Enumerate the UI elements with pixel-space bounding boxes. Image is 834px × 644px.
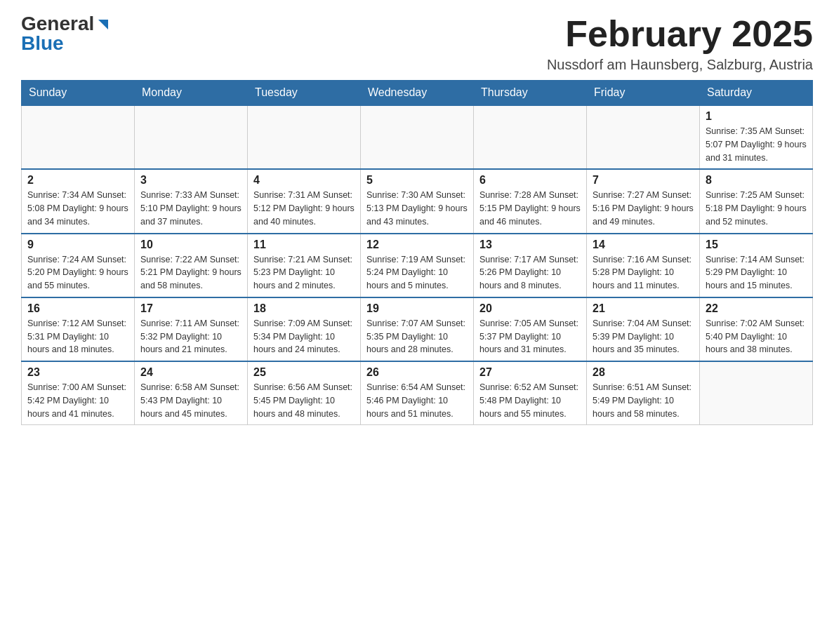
day-number: 19: [366, 302, 468, 315]
day-info: Sunrise: 6:52 AM Sunset: 5:48 PM Dayligh…: [479, 381, 581, 420]
day-info: Sunrise: 7:09 AM Sunset: 5:34 PM Dayligh…: [253, 317, 355, 356]
day-info: Sunrise: 6:51 AM Sunset: 5:49 PM Dayligh…: [593, 381, 694, 420]
calendar-day-cell: 10Sunrise: 7:22 AM Sunset: 5:21 PM Dayli…: [135, 234, 248, 297]
calendar-day-cell: 18Sunrise: 7:09 AM Sunset: 5:34 PM Dayli…: [248, 297, 361, 361]
calendar-week-row: 9Sunrise: 7:24 AM Sunset: 5:20 PM Daylig…: [22, 234, 813, 297]
calendar-day-cell: 12Sunrise: 7:19 AM Sunset: 5:24 PM Dayli…: [361, 234, 474, 297]
day-info: Sunrise: 6:54 AM Sunset: 5:46 PM Dayligh…: [366, 381, 468, 420]
day-info: Sunrise: 7:27 AM Sunset: 5:16 PM Dayligh…: [593, 189, 694, 228]
calendar-day-cell: 27Sunrise: 6:52 AM Sunset: 5:48 PM Dayli…: [474, 361, 587, 425]
day-number: 25: [253, 366, 355, 379]
calendar-day-cell: 4Sunrise: 7:31 AM Sunset: 5:12 PM Daylig…: [248, 169, 361, 233]
day-of-week-header: Saturday: [700, 81, 813, 106]
day-of-week-header: Thursday: [474, 81, 587, 106]
day-info: Sunrise: 6:58 AM Sunset: 5:43 PM Dayligh…: [140, 381, 241, 420]
day-info: Sunrise: 7:35 AM Sunset: 5:07 PM Dayligh…: [706, 125, 807, 164]
day-of-week-header: Monday: [135, 81, 248, 106]
calendar-day-cell: 13Sunrise: 7:17 AM Sunset: 5:26 PM Dayli…: [474, 234, 587, 297]
calendar-day-cell: 17Sunrise: 7:11 AM Sunset: 5:32 PM Dayli…: [135, 297, 248, 361]
day-number: 12: [366, 239, 468, 251]
calendar-table: SundayMondayTuesdayWednesdayThursdayFrid…: [21, 80, 813, 425]
day-number: 13: [479, 239, 581, 251]
day-number: 4: [253, 174, 355, 187]
calendar-week-row: 2Sunrise: 7:34 AM Sunset: 5:08 PM Daylig…: [22, 169, 813, 233]
calendar-day-cell: 23Sunrise: 7:00 AM Sunset: 5:42 PM Dayli…: [22, 361, 135, 425]
day-number: 6: [479, 174, 581, 187]
day-number: 17: [140, 302, 241, 315]
calendar-header-row: SundayMondayTuesdayWednesdayThursdayFrid…: [22, 81, 813, 106]
day-number: 24: [140, 366, 241, 379]
calendar-day-cell: 15Sunrise: 7:14 AM Sunset: 5:29 PM Dayli…: [700, 234, 813, 297]
day-info: Sunrise: 7:05 AM Sunset: 5:37 PM Dayligh…: [479, 317, 581, 356]
day-info: Sunrise: 7:02 AM Sunset: 5:40 PM Dayligh…: [706, 317, 807, 356]
logo-blue: Blue: [21, 34, 64, 53]
calendar-day-cell: [22, 105, 135, 169]
calendar-day-cell: 7Sunrise: 7:27 AM Sunset: 5:16 PM Daylig…: [587, 169, 700, 233]
day-info: Sunrise: 7:21 AM Sunset: 5:23 PM Dayligh…: [253, 253, 355, 293]
day-of-week-header: Friday: [587, 81, 700, 106]
day-number: 26: [366, 366, 468, 379]
day-info: Sunrise: 6:56 AM Sunset: 5:45 PM Dayligh…: [253, 381, 355, 420]
day-number: 10: [140, 239, 241, 251]
calendar-day-cell: 6Sunrise: 7:28 AM Sunset: 5:15 PM Daylig…: [474, 169, 587, 233]
calendar-week-row: 23Sunrise: 7:00 AM Sunset: 5:42 PM Dayli…: [22, 361, 813, 425]
day-info: Sunrise: 7:24 AM Sunset: 5:20 PM Dayligh…: [27, 253, 128, 293]
day-of-week-header: Wednesday: [361, 81, 474, 106]
title-block: February 2025 Nussdorf am Haunsberg, Sal…: [547, 14, 813, 73]
calendar-day-cell: 22Sunrise: 7:02 AM Sunset: 5:40 PM Dayli…: [700, 297, 813, 361]
calendar-day-cell: 28Sunrise: 6:51 AM Sunset: 5:49 PM Dayli…: [587, 361, 700, 425]
location-subtitle: Nussdorf am Haunsberg, Salzburg, Austria: [547, 57, 813, 73]
logo-arrow-icon: [95, 17, 111, 32]
day-number: 3: [140, 174, 241, 187]
day-number: 27: [479, 366, 581, 379]
calendar-day-cell: 25Sunrise: 6:56 AM Sunset: 5:45 PM Dayli…: [248, 361, 361, 425]
svg-marker-0: [98, 20, 108, 29]
day-info: Sunrise: 7:31 AM Sunset: 5:12 PM Dayligh…: [253, 189, 355, 228]
calendar-week-row: 1Sunrise: 7:35 AM Sunset: 5:07 PM Daylig…: [22, 105, 813, 169]
day-info: Sunrise: 7:19 AM Sunset: 5:24 PM Dayligh…: [366, 253, 468, 293]
day-of-week-header: Tuesday: [248, 81, 361, 106]
calendar-week-row: 16Sunrise: 7:12 AM Sunset: 5:31 PM Dayli…: [22, 297, 813, 361]
calendar-day-cell: 2Sunrise: 7:34 AM Sunset: 5:08 PM Daylig…: [22, 169, 135, 233]
day-number: 2: [27, 174, 128, 187]
day-number: 16: [27, 302, 128, 315]
day-info: Sunrise: 7:04 AM Sunset: 5:39 PM Dayligh…: [593, 317, 694, 356]
day-number: 5: [366, 174, 468, 187]
day-info: Sunrise: 7:12 AM Sunset: 5:31 PM Dayligh…: [27, 317, 128, 356]
calendar-day-cell: 3Sunrise: 7:33 AM Sunset: 5:10 PM Daylig…: [135, 169, 248, 233]
day-info: Sunrise: 7:16 AM Sunset: 5:28 PM Dayligh…: [593, 253, 694, 293]
calendar-day-cell: 11Sunrise: 7:21 AM Sunset: 5:23 PM Dayli…: [248, 234, 361, 297]
day-number: 20: [479, 302, 581, 315]
calendar-day-cell: [248, 105, 361, 169]
logo-general: General: [21, 14, 94, 34]
day-number: 23: [27, 366, 128, 379]
day-number: 8: [706, 174, 807, 187]
calendar-day-cell: 1Sunrise: 7:35 AM Sunset: 5:07 PM Daylig…: [700, 105, 813, 169]
day-number: 7: [593, 174, 694, 187]
day-number: 18: [253, 302, 355, 315]
day-info: Sunrise: 7:00 AM Sunset: 5:42 PM Dayligh…: [27, 381, 128, 420]
calendar-day-cell: 20Sunrise: 7:05 AM Sunset: 5:37 PM Dayli…: [474, 297, 587, 361]
day-number: 22: [706, 302, 807, 315]
calendar-day-cell: 19Sunrise: 7:07 AM Sunset: 5:35 PM Dayli…: [361, 297, 474, 361]
month-title: February 2025: [547, 14, 813, 54]
calendar-day-cell: 14Sunrise: 7:16 AM Sunset: 5:28 PM Dayli…: [587, 234, 700, 297]
day-number: 21: [593, 302, 694, 315]
day-info: Sunrise: 7:11 AM Sunset: 5:32 PM Dayligh…: [140, 317, 241, 356]
calendar-day-cell: [474, 105, 587, 169]
day-number: 28: [593, 366, 694, 379]
day-info: Sunrise: 7:25 AM Sunset: 5:18 PM Dayligh…: [706, 189, 807, 228]
day-number: 15: [706, 239, 807, 251]
calendar-day-cell: [361, 105, 474, 169]
day-info: Sunrise: 7:22 AM Sunset: 5:21 PM Dayligh…: [140, 253, 241, 293]
day-info: Sunrise: 7:07 AM Sunset: 5:35 PM Dayligh…: [366, 317, 468, 356]
calendar-day-cell: 26Sunrise: 6:54 AM Sunset: 5:46 PM Dayli…: [361, 361, 474, 425]
calendar-day-cell: [587, 105, 700, 169]
day-number: 14: [593, 239, 694, 251]
day-info: Sunrise: 7:14 AM Sunset: 5:29 PM Dayligh…: [706, 253, 807, 293]
calendar-day-cell: 8Sunrise: 7:25 AM Sunset: 5:18 PM Daylig…: [700, 169, 813, 233]
day-info: Sunrise: 7:17 AM Sunset: 5:26 PM Dayligh…: [479, 253, 581, 293]
logo: General Blue: [21, 14, 111, 53]
day-info: Sunrise: 7:33 AM Sunset: 5:10 PM Dayligh…: [140, 189, 241, 228]
calendar-day-cell: [135, 105, 248, 169]
